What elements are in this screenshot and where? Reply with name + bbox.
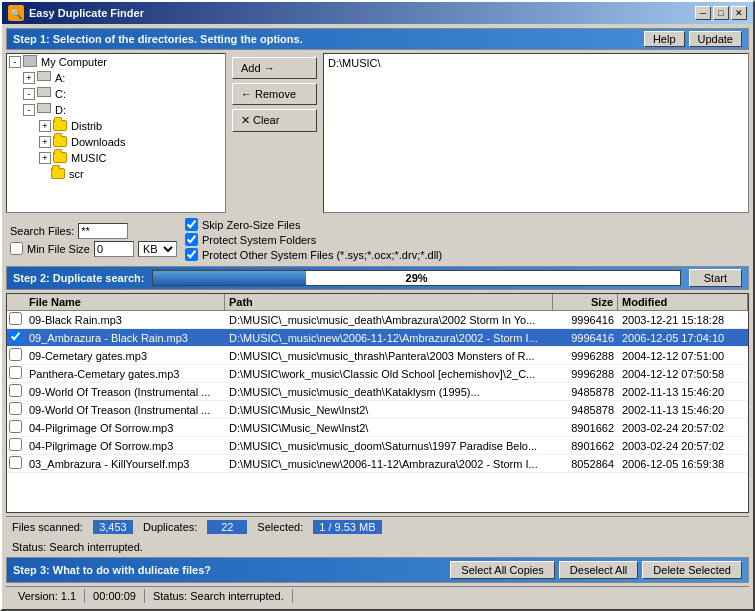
row-path-3: D:\MUSIC\work_music\Classic Old School [… <box>225 367 553 381</box>
expander-a[interactable]: + <box>23 72 35 84</box>
row-path-6: D:\MUSIC\Music_New\Inst2\ <box>225 421 553 435</box>
tree-item-distrib[interactable]: + Distrib <box>7 118 225 134</box>
row-name-4: 09-World Of Treason (Instrumental ... <box>25 385 225 399</box>
skip-zero-size-label: Skip Zero-Size Files <box>202 219 300 231</box>
table-row[interactable]: 09-World Of Treason (Instrumental ... D:… <box>7 383 748 401</box>
search-files-label: Search Files: <box>10 225 74 237</box>
search-files-input[interactable] <box>78 223 128 239</box>
add-button[interactable]: Add → <box>232 57 317 79</box>
remove-button[interactable]: ← Remove <box>232 83 317 105</box>
row-checkbox-7[interactable] <box>7 437 25 454</box>
step1-label: Step 1: Selection of the directories. Se… <box>13 33 303 45</box>
expander-music[interactable]: + <box>39 152 51 164</box>
table-row[interactable]: 03_Ambrazura - KillYourself.mp3 D:\MUSIC… <box>7 455 748 473</box>
row-size-2: 9996288 <box>553 349 618 363</box>
step2-header: Step 2: Duplicate search: 29% Start <box>6 266 749 290</box>
row-modified-8: 2006-12-05 16:59:38 <box>618 457 748 471</box>
expander-distrib[interactable]: + <box>39 120 51 132</box>
update-button[interactable]: Update <box>689 31 742 47</box>
row-modified-0: 2003-12-21 15:18:28 <box>618 313 748 327</box>
tree-item-a[interactable]: + A: <box>7 70 225 86</box>
row-checkbox-4[interactable] <box>7 383 25 400</box>
protect-system-row: Protect System Folders <box>185 233 442 246</box>
protect-other-checkbox[interactable] <box>185 248 198 261</box>
row-modified-1: 2006-12-05 17:04:10 <box>618 331 748 345</box>
row-checkbox-8[interactable] <box>7 455 25 472</box>
status-text: Search interrupted. <box>49 541 143 553</box>
directory-tree[interactable]: - My Computer + A: - C: - D: <box>6 53 226 213</box>
file-list-header: File Name Path Size Modified <box>7 294 748 311</box>
start-button[interactable]: Start <box>689 269 742 287</box>
folder-icon-music <box>53 151 69 165</box>
expander-d[interactable]: - <box>23 104 35 116</box>
table-row[interactable]: 04-Pilgrimage Of Sorrow.mp3 D:\MUSIC\Mus… <box>7 419 748 437</box>
tree-item-d[interactable]: - D: <box>7 102 225 118</box>
row-size-3: 9996288 <box>553 367 618 381</box>
row-modified-3: 2004-12-12 07:50:58 <box>618 367 748 381</box>
row-checkbox-0[interactable] <box>7 311 25 328</box>
maximize-button[interactable]: □ <box>713 6 729 20</box>
row-checkbox-6[interactable] <box>7 419 25 436</box>
row-path-8: D:\MUSIC\_music\new\2006-11-12\Ambrazura… <box>225 457 553 471</box>
expander-mycomputer[interactable]: - <box>9 56 21 68</box>
skip-zero-size-checkbox[interactable] <box>185 218 198 231</box>
delete-selected-button[interactable]: Delete Selected <box>642 561 742 579</box>
version-segment: Version: 1.1 <box>10 589 85 603</box>
table-row[interactable]: Panthera-Cemetary gates.mp3 D:\MUSIC\wor… <box>7 365 748 383</box>
tree-item-c[interactable]: - C: <box>7 86 225 102</box>
row-modified-2: 2004-12-12 07:51:00 <box>618 349 748 363</box>
statusbar-status-segment: Status: Search interrupted. <box>145 589 293 603</box>
close-button[interactable]: ✕ <box>731 6 747 20</box>
table-row[interactable]: 04-Pilgrimage Of Sorrow.mp3 D:\MUSIC\_mu… <box>7 437 748 455</box>
table-row[interactable]: 09-World Of Treason (Instrumental ... D:… <box>7 401 748 419</box>
expander-downloads[interactable]: + <box>39 136 51 148</box>
min-file-size-checkbox[interactable] <box>10 242 23 255</box>
selected-value: 1 / 9.53 MB <box>313 520 381 534</box>
min-file-size-unit[interactable]: KB MB <box>138 241 177 257</box>
table-row[interactable]: 09_Ambrazura - Black Rain.mp3 D:\MUSIC\_… <box>7 329 748 347</box>
row-modified-7: 2003-02-24 20:57:02 <box>618 439 748 453</box>
step3-buttons: Select All Copies Deselect All Delete Se… <box>450 561 742 579</box>
options-left: Search Files: Min File Size KB MB <box>10 223 177 257</box>
files-scanned-value: 3,453 <box>93 520 133 534</box>
tree-item-scr[interactable]: scr <box>7 166 225 182</box>
row-checkbox-2[interactable] <box>7 347 25 364</box>
row-size-5: 9485878 <box>553 403 618 417</box>
table-row[interactable]: 09-Black Rain.mp3 D:\MUSIC\_music\music_… <box>7 311 748 329</box>
row-name-7: 04-Pilgrimage Of Sorrow.mp3 <box>25 439 225 453</box>
step3-label: Step 3: What to do with dulicate files? <box>13 564 211 576</box>
row-path-5: D:\MUSIC\Music_New\Inst2\ <box>225 403 553 417</box>
step1-content: - My Computer + A: - C: - D: <box>6 53 749 213</box>
min-file-size-input[interactable] <box>94 241 134 257</box>
row-name-5: 09-World Of Treason (Instrumental ... <box>25 403 225 417</box>
tree-item-mycomputer[interactable]: - My Computer <box>7 54 225 70</box>
select-all-copies-button[interactable]: Select All Copies <box>450 561 555 579</box>
tree-item-music[interactable]: + MUSIC <box>7 150 225 166</box>
search-files-row: Search Files: <box>10 223 177 239</box>
row-checkbox-3[interactable] <box>7 365 25 382</box>
row-modified-5: 2002-11-13 15:46:20 <box>618 403 748 417</box>
folder-icon-distrib <box>53 119 69 133</box>
status-label: Status: <box>12 541 46 553</box>
file-list-body[interactable]: 09-Black Rain.mp3 D:\MUSIC\_music\music_… <box>7 311 748 512</box>
row-checkbox-5[interactable] <box>7 401 25 418</box>
step1-header-buttons: Help Update <box>644 31 742 47</box>
step2-label: Step 2: Duplicate search: <box>13 272 144 284</box>
minimize-button[interactable]: ─ <box>695 6 711 20</box>
expander-c[interactable]: - <box>23 88 35 100</box>
deselect-all-button[interactable]: Deselect All <box>559 561 638 579</box>
file-list-container: File Name Path Size Modified 09-Black Ra… <box>6 293 749 513</box>
column-header-modified[interactable]: Modified <box>618 294 748 310</box>
column-header-size[interactable]: Size <box>553 294 618 310</box>
table-row[interactable]: 09-Cemetary gates.mp3 D:\MUSIC\_music\mu… <box>7 347 748 365</box>
protect-system-checkbox[interactable] <box>185 233 198 246</box>
row-name-0: 09-Black Rain.mp3 <box>25 313 225 327</box>
row-path-0: D:\MUSIC\_music\music_death\Ambrazura\20… <box>225 313 553 327</box>
row-checkbox-1[interactable] <box>7 329 25 346</box>
column-header-path[interactable]: Path <box>225 294 553 310</box>
clear-button[interactable]: ✕ Clear <box>232 109 317 132</box>
column-header-name[interactable]: File Name <box>25 294 225 310</box>
help-button[interactable]: Help <box>644 31 685 47</box>
row-size-1: 9996416 <box>553 331 618 345</box>
tree-item-downloads[interactable]: + Downloads <box>7 134 225 150</box>
